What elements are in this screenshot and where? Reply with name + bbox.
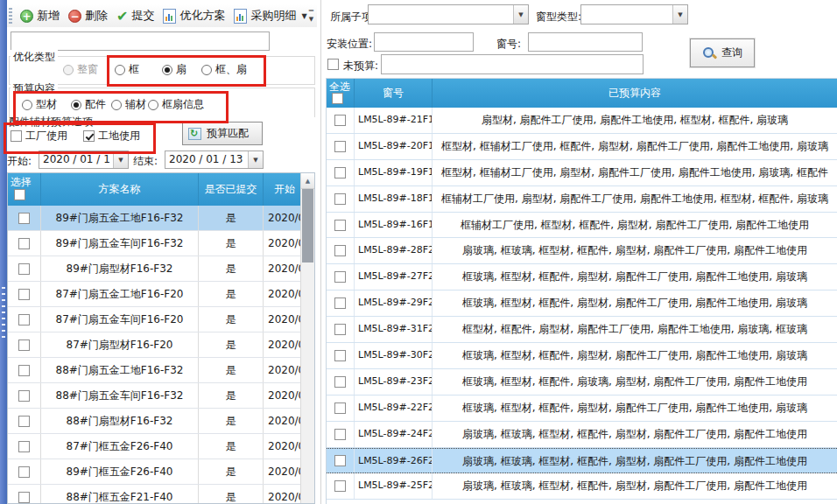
usage-checkbox-option[interactable]: 工厂使用: [11, 129, 67, 144]
plan-table-scrollbar[interactable]: ▲: [300, 173, 314, 504]
row-select-cell[interactable]: [327, 473, 355, 499]
plan-table-row[interactable]: 88#门扇型材F16-F32是2020/0: [8, 409, 314, 434]
window-table-row[interactable]: LM5L-89#-23F21框玻璃, 框型材, 框配件, 扇玻璃, 扇型材, 扇…: [327, 369, 837, 396]
row-select-cell[interactable]: [327, 264, 355, 290]
plan-table-row[interactable]: 88#门扇五金工地F16-F32是2020/0: [8, 358, 314, 383]
row-select-cell[interactable]: [327, 213, 355, 238]
row-select-cell[interactable]: [8, 206, 41, 230]
report-icon: [234, 9, 247, 24]
radio-icon: [111, 100, 122, 110]
row-select-cell[interactable]: [327, 317, 355, 342]
window-table-row[interactable]: LM5L-89#-16F15框辅材工厂使用, 框型材, 框配件, 扇型材, 扇配…: [327, 213, 837, 239]
toolbar-button-label: 删除: [85, 8, 108, 24]
plan-filter-input[interactable]: [11, 32, 270, 51]
toolbar-button[interactable]: 采购明细▼: [229, 6, 311, 25]
chevron-down-icon[interactable]: ▼: [513, 5, 528, 24]
toolbar-button[interactable]: +新增: [16, 6, 64, 25]
plan-table-row[interactable]: 88#门框五金F21-F40是2020/0: [8, 485, 314, 504]
sub-item-combobox[interactable]: ▼: [368, 4, 529, 24]
window-table-row[interactable]: LM5L-89#-19F17框型材, 框辅材工厂使用, 扇型材, 扇配件工厂使用…: [327, 160, 837, 186]
row-select-cell[interactable]: [8, 358, 41, 382]
radio-option[interactable]: 框: [115, 62, 139, 77]
install-position-input[interactable]: [374, 32, 474, 52]
window-table-row[interactable]: LM5L-89#-21F19扇型材, 扇配件工厂使用, 扇配件工地使用, 框型材…: [327, 108, 837, 134]
date-start-picker[interactable]: 2020 / 01 / 1 ▼: [39, 150, 129, 169]
no-budget-checkbox[interactable]: [327, 59, 339, 70]
window-table-row[interactable]: LM5L-89#-28F26扇玻璃, 框玻璃, 框型材, 框配件, 扇型材, 扇…: [327, 238, 837, 264]
row-select-cell[interactable]: [8, 256, 41, 281]
plan-table-row[interactable]: 87#门扇五金工地F16-F20是2020/0: [8, 282, 314, 307]
chevron-down-icon[interactable]: ▼: [113, 151, 128, 168]
window-no-column-header[interactable]: 窗号: [355, 79, 433, 108]
chevron-down-icon: ▼: [309, 17, 313, 22]
select-all-checkbox[interactable]: [332, 93, 343, 104]
window-no-input[interactable]: [528, 32, 643, 52]
plan-table-row[interactable]: 89#门扇五金工地F16-F32是2020/0: [8, 206, 314, 231]
radio-option[interactable]: 辅材: [111, 97, 146, 112]
plan-table-row[interactable]: 87#门扇型材F16-F20是2020/0: [8, 332, 314, 358]
row-select-cell[interactable]: [8, 383, 41, 408]
radio-option[interactable]: 型材: [22, 97, 57, 112]
submitted-cell: 是: [199, 256, 264, 281]
row-select-cell[interactable]: [327, 186, 355, 212]
row-select-cell[interactable]: [8, 332, 41, 357]
radio-option[interactable]: 扇: [162, 62, 186, 77]
window-no-cell: LM5L-89#-27F25: [355, 264, 433, 290]
row-select-cell[interactable]: [8, 434, 41, 458]
usage-checkbox-option[interactable]: 工地使用: [83, 129, 140, 144]
row-select-cell[interactable]: [327, 134, 355, 159]
plan-table-row[interactable]: 87#门框五金F26-F40是2020/0: [8, 434, 314, 459]
budget-match-button[interactable]: 预算匹配: [182, 122, 263, 145]
row-select-cell[interactable]: [8, 282, 41, 306]
window-table-row[interactable]: LM5L-89#-30F28框玻璃, 框型材, 框配件, 扇型材, 扇配件工厂使…: [327, 343, 837, 369]
row-select-cell[interactable]: [8, 485, 41, 504]
row-select-cell[interactable]: [8, 307, 41, 332]
row-select-cell[interactable]: [327, 449, 355, 473]
row-select-cell[interactable]: [327, 422, 355, 447]
budgeted-content-column-header[interactable]: 已预算内容: [433, 79, 837, 108]
scroll-up-icon[interactable]: ▲: [301, 173, 314, 189]
plan-table-row[interactable]: 87#门扇五金车间F16-F20是2020/0: [8, 307, 314, 332]
plan-table-row[interactable]: 89#门扇型材F16-F32是2020/0: [8, 256, 314, 282]
plan-table-row[interactable]: 89#门框五金F26-F40是2020/0: [8, 459, 314, 485]
radio-option[interactable]: 配件: [71, 97, 106, 112]
plan-table-row[interactable]: 88#门扇五金车间F16-F32是2020/0: [8, 383, 314, 409]
window-table-row[interactable]: LM5L-89#-31F29框型材, 框配件, 扇型材, 扇配件工厂使用, 扇配…: [327, 317, 837, 343]
toolbar-button[interactable]: 优化方案: [158, 6, 229, 25]
row-select-cell[interactable]: [327, 396, 355, 421]
window-type-combobox[interactable]: ▼: [580, 4, 688, 24]
row-select-cell[interactable]: [327, 108, 355, 133]
row-select-cell[interactable]: [327, 369, 355, 395]
window-table-row[interactable]: LM5L-89#-25F23扇玻璃, 框玻璃, 框型材, 框配件, 扇型材, 扇…: [327, 473, 837, 500]
toolbar-button[interactable]: −删除: [64, 6, 112, 25]
date-end-picker[interactable]: 2020 / 01 / 13 ▼: [165, 150, 264, 169]
row-select-cell[interactable]: [8, 231, 41, 256]
row-select-cell[interactable]: [8, 409, 41, 433]
window-table-row[interactable]: LM5L-89#-18F16框辅材工厂使用, 扇型材, 扇配件工厂使用, 扇配件…: [327, 186, 837, 213]
plan-table-row[interactable]: 89#门扇五金车间F16-F32是2020/0: [8, 231, 314, 256]
window-table-row[interactable]: LM5L-89#-29F27框玻璃, 框型材, 框配件, 扇型材, 扇配件工厂使…: [327, 290, 837, 317]
scrollbar-thumb[interactable]: [302, 189, 313, 262]
submitted-column-header[interactable]: 是否已提交: [199, 173, 264, 206]
row-select-cell[interactable]: [327, 238, 355, 263]
chevron-down-icon[interactable]: ▼: [248, 151, 263, 168]
window-table-row[interactable]: LM5L-89#-22F20框玻璃, 框型材, 框配件, 扇型材, 扇配件工厂使…: [327, 396, 837, 422]
row-select-cell[interactable]: [8, 459, 41, 484]
window-table-row[interactable]: LM5L-89#-26F24扇玻璃, 框玻璃, 框型材, 框配件, 扇型材, 扇…: [327, 448, 837, 474]
row-select-cell[interactable]: [327, 160, 355, 186]
toolbar-overflow-button[interactable]: ▔▼: [306, 8, 317, 25]
row-select-cell[interactable]: [327, 290, 355, 316]
window-table-row[interactable]: LM5L-89#-20F18框型材, 框辅材工厂使用, 框配件, 扇型材, 扇配…: [327, 134, 837, 160]
chevron-down-icon[interactable]: ▼: [672, 5, 687, 24]
radio-option[interactable]: 框、扇: [201, 62, 247, 77]
radio-option[interactable]: 框扇信息: [148, 97, 204, 112]
no-budget-input[interactable]: [381, 54, 644, 74]
query-button[interactable]: 查询: [690, 38, 755, 67]
row-select-cell[interactable]: [327, 343, 355, 368]
select-all-checkbox[interactable]: [14, 189, 25, 200]
toolbar-button[interactable]: ✔提交: [112, 6, 158, 25]
panel-splitter[interactable]: [320, 0, 321, 504]
window-table-row[interactable]: LM5L-89#-24F22扇玻璃, 框玻璃, 框型材, 框配件, 扇型材, 扇…: [327, 422, 837, 448]
window-table-row[interactable]: LM5L-89#-27F25框玻璃, 框型材, 框配件, 扇型材, 扇配件工厂使…: [327, 264, 837, 290]
plan-name-column-header[interactable]: 方案名称: [41, 173, 199, 206]
